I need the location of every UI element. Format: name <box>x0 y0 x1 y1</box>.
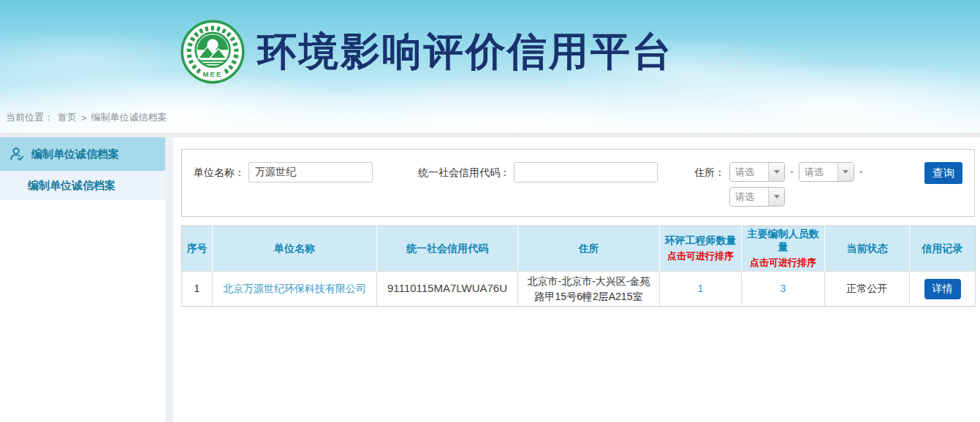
content-area: 编制单位诚信档案 编制单位诚信档案 单位名称： 统一社会信用代码： 住所： <box>0 137 980 422</box>
sidebar-subitem-unit-credit-archive[interactable]: 编制单位诚信档案 <box>0 171 165 200</box>
staff-count-link[interactable]: 3 <box>780 283 786 294</box>
results-table: 序号 单位名称 统一社会信用代码 住所 环评工程师数量 点击可进行排序 主要编制… <box>181 226 976 307</box>
breadcrumb: 当前位置： 首页 > 编制单位诚信档案 <box>0 104 980 131</box>
col-header-credit-code: 统一社会信用代码 <box>377 226 518 272</box>
breadcrumb-home-link[interactable]: 首页 <box>58 111 77 124</box>
site-title: 环境影响评价信用平台 <box>257 26 674 79</box>
city-select-value: 请选择 <box>799 163 837 181</box>
cell-status: 正常公开 <box>825 272 910 307</box>
search-panel: 单位名称： 统一社会信用代码： 住所： 请选择 - <box>181 149 975 217</box>
chevron-down-icon[interactable] <box>837 163 854 181</box>
address-label: 住所： <box>694 162 725 183</box>
unit-name-group: 单位名称： <box>194 162 373 183</box>
district-select[interactable]: 请选择 <box>729 187 785 207</box>
engineer-count-link[interactable]: 1 <box>698 283 704 294</box>
chevron-down-icon[interactable] <box>768 163 784 181</box>
unit-name-label: 单位名称： <box>194 162 245 183</box>
col-header-seq: 序号 <box>182 226 213 272</box>
sidebar-subitem-label: 编制单位诚信档案 <box>28 179 115 193</box>
address-group: 住所： 请选择 - 请选择 - <box>694 162 862 207</box>
chevron-down-icon[interactable] <box>768 188 784 206</box>
col-header-unit-name: 单位名称 <box>213 226 377 272</box>
credit-code-label: 统一社会信用代码： <box>418 162 510 183</box>
breadcrumb-prefix: 当前位置： <box>6 111 53 124</box>
brand-row: MEE 环境影响评价信用平台 <box>0 0 980 104</box>
col-header-credit-record: 信用记录 <box>910 226 976 272</box>
unit-name-input[interactable] <box>248 162 373 183</box>
province-select[interactable]: 请选择 <box>729 162 785 182</box>
breadcrumb-separator: > <box>81 112 87 123</box>
table-header-row: 序号 单位名称 统一社会信用代码 住所 环评工程师数量 点击可进行排序 主要编制… <box>182 226 976 272</box>
cell-address: 北京市-北京市-大兴区-金苑路甲15号6幢2层A215室 <box>518 272 660 307</box>
sort-hint: 点击可进行排序 <box>661 250 740 263</box>
col-header-address: 住所 <box>518 226 660 272</box>
address-separator: - <box>859 162 863 182</box>
district-select-value: 请选择 <box>730 188 768 206</box>
col-header-staff-count[interactable]: 主要编制人员数量 点击可进行排序 <box>742 226 825 272</box>
province-select-value: 请选择 <box>730 163 768 181</box>
table-row: 1 北京万源世纪环保科技有限公司 91110115MA7LWUA76U 北京市-… <box>182 272 976 307</box>
site-header: MEE 环境影响评价信用平台 当前位置： 首页 > 编制单位诚信档案 <box>0 0 980 133</box>
sidebar-item-label: 编制单位诚信档案 <box>31 147 119 161</box>
breadcrumb-current: 编制单位诚信档案 <box>91 111 167 124</box>
city-select[interactable]: 请选择 <box>799 162 854 182</box>
sidebar-main-divider <box>165 137 173 422</box>
sidebar: 编制单位诚信档案 编制单位诚信档案 <box>0 137 165 422</box>
main-panel: 单位名称： 统一社会信用代码： 住所： 请选择 - <box>173 137 980 422</box>
company-link[interactable]: 北京万源世纪环保科技有限公司 <box>223 283 366 294</box>
cell-credit-code: 91110115MA7LWUA76U <box>377 272 518 307</box>
mee-logo: MEE <box>180 19 246 85</box>
credit-code-input[interactable] <box>514 162 658 183</box>
logo-mee-text: MEE <box>202 70 222 78</box>
user-check-icon <box>9 146 25 162</box>
sort-hint: 点击可进行排序 <box>743 256 823 269</box>
col-header-status: 当前状态 <box>825 226 910 272</box>
col-header-engineer-count[interactable]: 环评工程师数量 点击可进行排序 <box>660 226 742 272</box>
address-separator: - <box>790 162 794 182</box>
query-button[interactable]: 查询 <box>924 162 962 184</box>
cell-seq: 1 <box>182 272 213 307</box>
detail-button[interactable]: 详情 <box>924 279 961 299</box>
address-selects: 请选择 - 请选择 - 请选择 <box>729 162 862 207</box>
credit-code-group: 统一社会信用代码： <box>418 162 658 183</box>
sidebar-item-unit-credit-archive[interactable]: 编制单位诚信档案 <box>0 137 165 171</box>
